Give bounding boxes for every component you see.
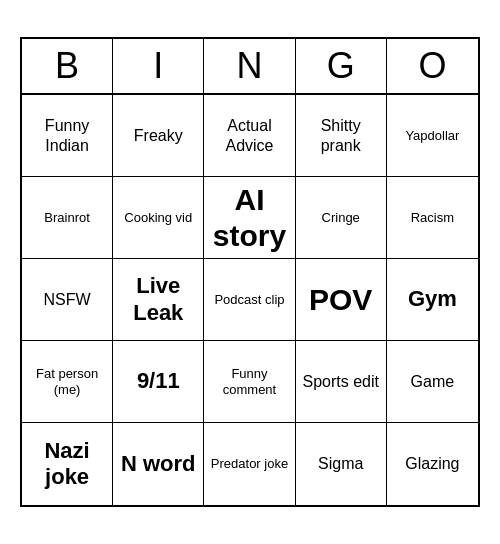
cell-text-7: AI story	[208, 182, 290, 254]
cell-text-14: Gym	[408, 286, 457, 312]
cell-text-17: Funny comment	[208, 366, 290, 397]
cell-text-23: Sigma	[318, 454, 363, 473]
bingo-cell-9: Racism	[387, 177, 478, 259]
bingo-cell-1: Freaky	[113, 95, 204, 177]
header-letter-i: I	[113, 39, 204, 93]
cell-text-22: Predator joke	[211, 456, 288, 472]
cell-text-19: Game	[411, 372, 455, 391]
bingo-cell-24: Glazing	[387, 423, 478, 505]
bingo-cell-6: Cooking vid	[113, 177, 204, 259]
header-letter-o: O	[387, 39, 478, 93]
cell-text-8: Cringe	[322, 210, 360, 226]
cell-text-12: Podcast clip	[214, 292, 284, 308]
bingo-cell-13: POV	[296, 259, 387, 341]
header-letter-g: G	[296, 39, 387, 93]
cell-text-24: Glazing	[405, 454, 459, 473]
bingo-cell-19: Game	[387, 341, 478, 423]
cell-text-0: Funny Indian	[26, 116, 108, 154]
bingo-header: BINGO	[22, 39, 478, 95]
cell-text-3: Shitty prank	[300, 116, 382, 154]
cell-text-11: Live Leak	[117, 273, 199, 326]
bingo-cell-15: Fat person (me)	[22, 341, 113, 423]
cell-text-20: Nazi joke	[26, 438, 108, 491]
cell-text-15: Fat person (me)	[26, 366, 108, 397]
bingo-grid: Funny IndianFreakyActual AdviceShitty pr…	[22, 95, 478, 505]
bingo-cell-20: Nazi joke	[22, 423, 113, 505]
cell-text-13: POV	[309, 282, 372, 318]
cell-text-4: Yapdollar	[405, 128, 459, 144]
cell-text-16: 9/11	[137, 368, 180, 394]
cell-text-9: Racism	[411, 210, 454, 226]
bingo-cell-16: 9/11	[113, 341, 204, 423]
bingo-cell-12: Podcast clip	[204, 259, 295, 341]
bingo-cell-0: Funny Indian	[22, 95, 113, 177]
bingo-cell-18: Sports edit	[296, 341, 387, 423]
cell-text-5: Brainrot	[44, 210, 90, 226]
bingo-cell-21: N word	[113, 423, 204, 505]
bingo-cell-2: Actual Advice	[204, 95, 295, 177]
cell-text-21: N word	[121, 451, 196, 477]
bingo-cell-7: AI story	[204, 177, 295, 259]
bingo-cell-5: Brainrot	[22, 177, 113, 259]
cell-text-2: Actual Advice	[208, 116, 290, 154]
bingo-cell-10: NSFW	[22, 259, 113, 341]
bingo-cell-3: Shitty prank	[296, 95, 387, 177]
bingo-cell-4: Yapdollar	[387, 95, 478, 177]
bingo-cell-17: Funny comment	[204, 341, 295, 423]
bingo-cell-23: Sigma	[296, 423, 387, 505]
cell-text-18: Sports edit	[302, 372, 378, 391]
bingo-cell-22: Predator joke	[204, 423, 295, 505]
bingo-cell-8: Cringe	[296, 177, 387, 259]
header-letter-b: B	[22, 39, 113, 93]
cell-text-10: NSFW	[44, 290, 91, 309]
header-letter-n: N	[204, 39, 295, 93]
bingo-cell-11: Live Leak	[113, 259, 204, 341]
bingo-cell-14: Gym	[387, 259, 478, 341]
cell-text-6: Cooking vid	[124, 210, 192, 226]
cell-text-1: Freaky	[134, 126, 183, 145]
bingo-card: BINGO Funny IndianFreakyActual AdviceShi…	[20, 37, 480, 507]
